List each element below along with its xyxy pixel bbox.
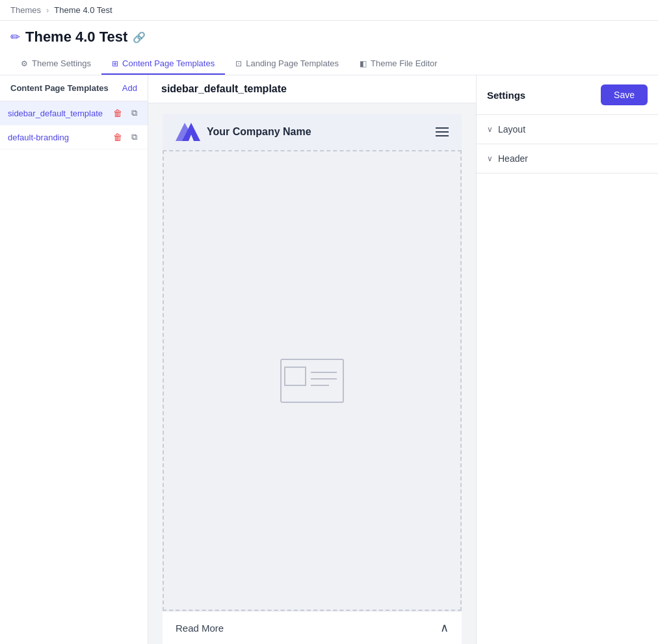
layout-label: Layout <box>498 124 525 135</box>
breadcrumb-bar: Themes › Theme 4.0 Test <box>0 0 658 21</box>
breadcrumb-root[interactable]: Themes <box>10 5 41 15</box>
preview-container[interactable]: Your Company Name <box>148 103 476 644</box>
hamburger-icon[interactable] <box>436 127 449 136</box>
hamburger-line-1 <box>436 127 449 129</box>
theme-file-editor-icon: ◧ <box>360 59 367 68</box>
sidebar-item-sidebar-default-template[interactable]: sidebar_default_template 🗑 ⧉ <box>0 101 148 125</box>
tab-theme-settings[interactable]: ⚙ Theme Settings <box>10 53 101 75</box>
sidebar-item-label: default-branding <box>8 133 111 142</box>
tab-content-page-templates[interactable]: ⊞ Content Page Templates <box>101 53 225 75</box>
template-name: sidebar_default_template <box>161 83 287 94</box>
settings-section-layout: ∨ Layout <box>477 115 658 144</box>
preview-navbar: Your Company Name <box>163 114 462 150</box>
delete-button[interactable]: 🗑 <box>111 107 125 120</box>
page-header: ✏ Theme 4.0 Test 🔗 ⚙ Theme Settings ⊞ Co… <box>0 21 658 75</box>
main-layout: Content Page Templates Add sidebar_defau… <box>0 75 658 644</box>
settings-title: Settings <box>487 90 525 101</box>
settings-section-layout-header[interactable]: ∨ Layout <box>477 115 658 144</box>
content-area: sidebar_default_template Your Company Na… <box>148 75 476 644</box>
add-template-button[interactable]: Add <box>122 83 137 93</box>
hamburger-line-2 <box>436 131 449 133</box>
preview-body <box>163 150 462 611</box>
tab-theme-file-editor[interactable]: ◧ Theme File Editor <box>349 53 448 75</box>
header-label: Header <box>498 153 528 164</box>
save-button[interactable]: Save <box>601 84 648 105</box>
settings-section-header: ∨ Header <box>477 144 658 174</box>
svg-rect-2 <box>281 359 343 402</box>
sidebar: Content Page Templates Add sidebar_defau… <box>0 75 148 644</box>
chevron-up-icon: ∧ <box>440 621 449 635</box>
delete-button[interactable]: 🗑 <box>111 131 125 144</box>
content-header: sidebar_default_template <box>148 75 476 103</box>
read-more-bar[interactable]: Read More ∧ <box>163 611 462 644</box>
sidebar-header: Content Page Templates Add <box>0 75 148 101</box>
theme-settings-icon: ⚙ <box>21 59 28 68</box>
sidebar-item-label: sidebar_default_template <box>8 109 111 118</box>
pencil-icon: ✏ <box>10 30 20 44</box>
preview-frame: Your Company Name <box>163 114 462 644</box>
svg-rect-3 <box>285 367 306 385</box>
sidebar-item-actions: 🗑 ⧉ <box>111 131 140 144</box>
settings-section-header-header[interactable]: ∨ Header <box>477 144 658 173</box>
sidebar-item-default-branding[interactable]: default-branding 🗑 ⧉ <box>0 125 148 149</box>
settings-panel: Settings Save ∨ Layout ∨ Header <box>476 75 658 644</box>
copy-button[interactable]: ⧉ <box>129 131 140 144</box>
tab-bar: ⚙ Theme Settings ⊞ Content Page Template… <box>10 53 648 75</box>
breadcrumb-current: Theme 4.0 Test <box>54 5 112 15</box>
preview-logo: Your Company Name <box>176 123 311 141</box>
sidebar-title: Content Page Templates <box>10 83 109 93</box>
copy-button[interactable]: ⧉ <box>129 107 140 120</box>
tab-landing-page-templates[interactable]: ⊡ Landing Page Templates <box>225 53 349 75</box>
company-name: Your Company Name <box>207 126 311 138</box>
page-title: Theme 4.0 Test <box>25 29 127 45</box>
chevron-down-icon: ∨ <box>487 125 493 134</box>
hamburger-line-3 <box>436 135 449 136</box>
settings-header: Settings Save <box>477 75 658 115</box>
read-more-label: Read More <box>176 623 224 634</box>
content-page-templates-icon: ⊞ <box>112 59 118 68</box>
sidebar-item-actions: 🗑 ⧉ <box>111 107 140 120</box>
breadcrumb-separator: › <box>46 5 49 15</box>
content-placeholder-icon <box>280 358 345 404</box>
chevron-down-icon-2: ∨ <box>487 154 493 163</box>
edit-icon[interactable]: 🔗 <box>133 31 146 44</box>
logo-icon <box>176 123 200 141</box>
landing-page-templates-icon: ⊡ <box>235 59 242 68</box>
